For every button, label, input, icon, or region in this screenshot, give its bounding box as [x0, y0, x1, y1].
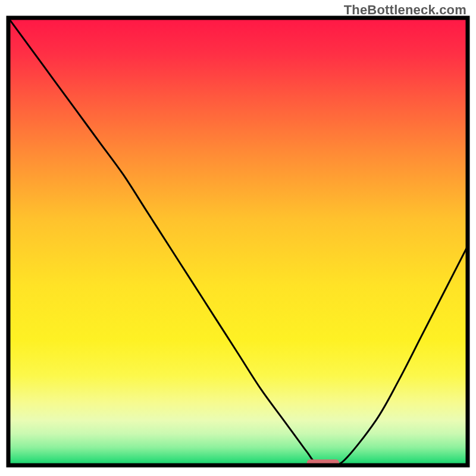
- chart-container: TheBottleneck.com: [0, 0, 476, 476]
- bottleneck-chart: [0, 0, 476, 476]
- watermark-text: TheBottleneck.com: [344, 2, 466, 18]
- gradient-background: [8, 18, 468, 465]
- plot-area: [8, 18, 468, 466]
